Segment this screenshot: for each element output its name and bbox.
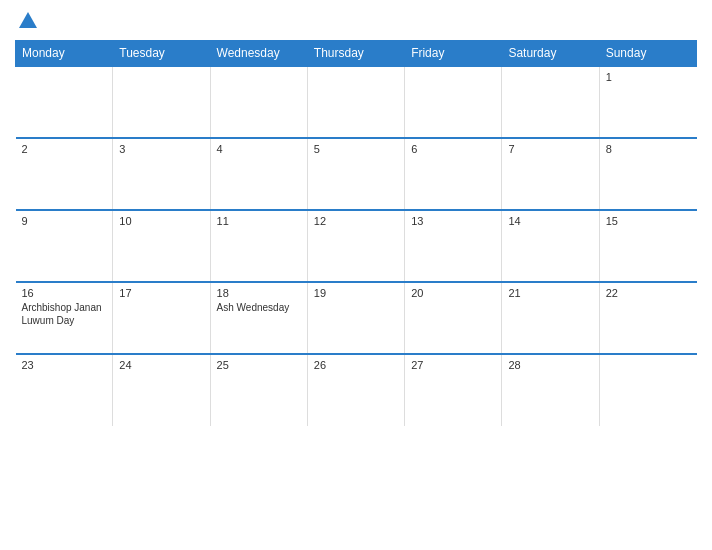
calendar-day-cell [16,66,113,138]
calendar-week-row: 2345678 [16,138,697,210]
calendar-day-cell: 6 [405,138,502,210]
event-label: Archbishop Janan Luwum Day [22,301,107,327]
day-number: 16 [22,287,107,299]
day-number: 2 [22,143,107,155]
day-number: 18 [217,287,301,299]
weekday-header-thursday: Thursday [307,41,404,67]
calendar-day-cell: 8 [599,138,696,210]
day-number: 15 [606,215,691,227]
logo-icon [17,10,39,32]
calendar-day-cell: 24 [113,354,210,426]
day-number: 19 [314,287,398,299]
calendar-header-row: MondayTuesdayWednesdayThursdayFridaySatu… [16,41,697,67]
calendar-day-cell: 20 [405,282,502,354]
calendar-day-cell: 19 [307,282,404,354]
day-number: 20 [411,287,495,299]
day-number: 22 [606,287,691,299]
day-number: 8 [606,143,691,155]
day-number: 28 [508,359,592,371]
event-label: Ash Wednesday [217,301,301,314]
calendar-day-cell: 4 [210,138,307,210]
calendar-day-cell: 2 [16,138,113,210]
day-number: 7 [508,143,592,155]
calendar-day-cell: 17 [113,282,210,354]
calendar-header [15,10,697,32]
calendar-day-cell: 21 [502,282,599,354]
day-number: 25 [217,359,301,371]
day-number: 9 [22,215,107,227]
day-number: 3 [119,143,203,155]
weekday-header-wednesday: Wednesday [210,41,307,67]
calendar-day-cell: 26 [307,354,404,426]
calendar-day-cell [599,354,696,426]
day-number: 24 [119,359,203,371]
calendar-table: MondayTuesdayWednesdayThursdayFridaySatu… [15,40,697,426]
weekday-header-tuesday: Tuesday [113,41,210,67]
calendar-day-cell: 7 [502,138,599,210]
calendar-day-cell: 11 [210,210,307,282]
calendar-day-cell: 25 [210,354,307,426]
logo [15,10,39,32]
calendar-day-cell: 1 [599,66,696,138]
weekday-header-monday: Monday [16,41,113,67]
day-number: 6 [411,143,495,155]
day-number: 13 [411,215,495,227]
svg-marker-0 [19,12,37,28]
day-number: 17 [119,287,203,299]
calendar-day-cell: 13 [405,210,502,282]
calendar-day-cell: 9 [16,210,113,282]
calendar-day-cell: 27 [405,354,502,426]
calendar-day-cell: 5 [307,138,404,210]
calendar-day-cell: 18Ash Wednesday [210,282,307,354]
calendar-day-cell [307,66,404,138]
day-number: 12 [314,215,398,227]
calendar-week-row: 1 [16,66,697,138]
day-number: 11 [217,215,301,227]
day-number: 21 [508,287,592,299]
calendar-week-row: 16Archbishop Janan Luwum Day1718Ash Wedn… [16,282,697,354]
calendar-day-cell [113,66,210,138]
calendar-week-row: 9101112131415 [16,210,697,282]
day-number: 14 [508,215,592,227]
calendar-day-cell: 28 [502,354,599,426]
calendar-week-row: 232425262728 [16,354,697,426]
calendar-day-cell: 23 [16,354,113,426]
day-number: 5 [314,143,398,155]
calendar-day-cell: 14 [502,210,599,282]
day-number: 1 [606,71,691,83]
calendar-day-cell: 12 [307,210,404,282]
day-number: 23 [22,359,107,371]
day-number: 26 [314,359,398,371]
calendar-day-cell: 10 [113,210,210,282]
day-number: 10 [119,215,203,227]
calendar-day-cell [210,66,307,138]
calendar-day-cell: 22 [599,282,696,354]
weekday-header-sunday: Sunday [599,41,696,67]
calendar-container: MondayTuesdayWednesdayThursdayFridaySatu… [0,0,712,550]
calendar-day-cell: 15 [599,210,696,282]
day-number: 4 [217,143,301,155]
calendar-day-cell [502,66,599,138]
calendar-day-cell [405,66,502,138]
weekday-header-friday: Friday [405,41,502,67]
day-number: 27 [411,359,495,371]
calendar-body: 12345678910111213141516Archbishop Janan … [16,66,697,426]
weekday-header-saturday: Saturday [502,41,599,67]
calendar-day-cell: 16Archbishop Janan Luwum Day [16,282,113,354]
calendar-day-cell: 3 [113,138,210,210]
